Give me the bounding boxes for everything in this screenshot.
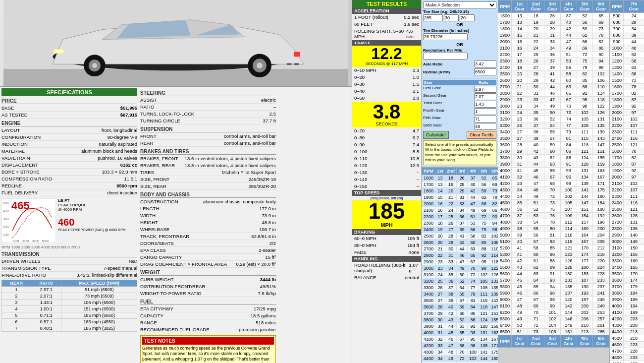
axle-ratio-input[interactable] bbox=[474, 60, 496, 67]
test-notes-text: Generates as much cornering speed as the… bbox=[142, 346, 274, 363]
table-row: 420033476898138171 bbox=[498, 181, 609, 187]
svg-text:2000: 2000 bbox=[22, 240, 29, 242]
brakes-front-value: 13.6-in vented rotors, 4-piston fixed ca… bbox=[185, 156, 276, 161]
revolutions-label: Revolutions Per Mile bbox=[423, 48, 496, 53]
torque-unit: LB-FT bbox=[58, 198, 126, 203]
redline-input[interactable] bbox=[474, 68, 496, 75]
revolutions-input[interactable] bbox=[423, 53, 468, 60]
seventh-gear-row: 190092 bbox=[610, 103, 644, 110]
seventh-gear-row: 90044 bbox=[610, 39, 644, 45]
seventh-gear-row: 3400165 bbox=[610, 264, 644, 271]
tire-size-inputs bbox=[423, 14, 496, 21]
epa-value: 2-seater bbox=[259, 247, 276, 253]
weight-title: WEIGHT bbox=[140, 270, 276, 276]
fuel-grade-label: RECOMMENDED FUEL GRADE bbox=[140, 327, 210, 332]
size-front-label: SIZE, FRONT bbox=[140, 177, 169, 182]
tire-diameter-input[interactable] bbox=[423, 33, 468, 40]
seventh-gear-row: 150073 bbox=[610, 77, 644, 84]
layout-value: front, longitudinal bbox=[102, 127, 137, 133]
gear-rpm-table: RPM 1st 2nd 3rd 4th 5th 6th 160013182637… bbox=[422, 167, 498, 363]
seventh-gear-row: 4500218 bbox=[610, 335, 644, 342]
table-row: 5900466696137193241 bbox=[498, 290, 609, 297]
gear1-header: 1st bbox=[435, 167, 445, 175]
gear-rpm-row: 370029426086121151 bbox=[422, 310, 498, 316]
seventh-gear-row: 80039 bbox=[610, 32, 644, 39]
svg-text:200: 200 bbox=[3, 225, 9, 229]
material-row: MATERIAL aluminum block and heads bbox=[1, 148, 137, 155]
gear-calculator-panel: Make A Selection Tire Size (e.g. 245/50-… bbox=[421, 0, 498, 363]
gear-rpm-table-area[interactable]: RPM 1st 2nd 3rd 4th 5th 6th 160013182637… bbox=[422, 167, 498, 363]
gear-info-box: Select one of the presets automatically … bbox=[423, 140, 496, 165]
table-row: 5100405783119167208 bbox=[498, 239, 609, 245]
full-table-container: RPM 1st Gear 2nd Gear 3rd Gear 4th Gear … bbox=[498, 0, 644, 363]
length-value: 177.0 in bbox=[259, 206, 276, 211]
balance-row: BALANCEneutral bbox=[352, 274, 421, 281]
redline-row: Redline (RPM) bbox=[423, 68, 496, 75]
tire-size-input-2[interactable] bbox=[444, 14, 459, 21]
seventh-gear-row: 60029 bbox=[610, 19, 644, 26]
price-tested-label: AS TESTED bbox=[1, 112, 28, 118]
clear-fields-button[interactable]: Clear Fields bbox=[467, 131, 496, 139]
drag-label: DRAG COEFFICIENT × FRONTAL AREA bbox=[140, 261, 227, 267]
gear-rpm-row: 2100162434496986 bbox=[422, 207, 498, 213]
main-gear6-footer: 6th Gear bbox=[593, 335, 609, 348]
table-row: 4500355173105147184 bbox=[498, 200, 609, 206]
power-ratio-value: 7.5 lb/hp bbox=[258, 291, 276, 296]
compression-row: COMPRESSION RATIO 11.5:1 bbox=[1, 176, 137, 182]
valvetrain-row: VALVETRAIN pushrod, 16 valves bbox=[1, 155, 137, 162]
bore-value: 103.3 × 92.0 mm bbox=[102, 169, 137, 175]
main-container: SPECIFICATIONS PRICE BASE $51,995 AS TES… bbox=[0, 0, 644, 363]
seventh-gear-row: 2600126 bbox=[610, 213, 644, 219]
gear-names-area: Gear Ratio First Gear Second Gear Third … bbox=[422, 78, 498, 167]
fourth-gear-input[interactable] bbox=[474, 108, 496, 115]
gear-rpm-row: 360028405984118147 bbox=[422, 303, 498, 310]
seventh-gear-row: 3300160 bbox=[610, 258, 644, 264]
transmission-gear-row: 41.00:1151 mph (6500) bbox=[2, 306, 137, 312]
seventh-gear-row: 100048 bbox=[610, 45, 644, 52]
tire-diameter-label: Tire Diameter (in inches) bbox=[423, 28, 496, 33]
curb-row: CURB WEIGHT 3444 lb bbox=[140, 276, 276, 283]
first-gear-input[interactable] bbox=[474, 86, 496, 93]
svg-text:5000: 5000 bbox=[42, 240, 49, 242]
gear-rpm-row: 320025365274105131 bbox=[422, 278, 498, 284]
main-rpm-header: RPM bbox=[498, 0, 512, 13]
svg-point-8 bbox=[257, 62, 263, 68]
steering-title: STEERING bbox=[140, 90, 276, 96]
displacement-row: DISPLACEMENT 6162 cc bbox=[1, 162, 137, 169]
seventh-gear-row: 2400116 bbox=[610, 135, 644, 142]
steering-ratio-label: RATIO bbox=[140, 104, 154, 110]
compression-label: COMPRESSION RATIO bbox=[1, 176, 52, 182]
displacement-label: DISPLACEMENT bbox=[1, 162, 38, 168]
table-row: 5500436289128180224 bbox=[498, 264, 609, 271]
gear-rpm-row: 25002028415882102 bbox=[422, 233, 498, 239]
width-value: 73.9 in bbox=[262, 213, 276, 218]
tire-size-input-3[interactable] bbox=[460, 14, 475, 21]
steering-ratio-row: RATIO – bbox=[140, 104, 276, 111]
svg-rect-12 bbox=[294, 63, 299, 65]
sixth-gear-label: Sixth Gear bbox=[423, 123, 473, 130]
car-selection-dropdown[interactable]: Make A Selection bbox=[423, 1, 496, 8]
main-rpm-table-area[interactable]: RPM 1st Gear 2nd Gear 3rd Gear 4th Gear … bbox=[498, 0, 609, 363]
table-row: 2100162434496986 bbox=[498, 45, 609, 52]
fifth-gear-label: Fifth Gear bbox=[423, 116, 473, 122]
third-gear-input[interactable] bbox=[474, 101, 496, 108]
t0150-row: 0–150– bbox=[352, 183, 421, 190]
price-tested-row: AS TESTED $67,915 bbox=[1, 112, 137, 119]
tire-size-input-1[interactable] bbox=[423, 14, 443, 21]
second-gear-input[interactable] bbox=[474, 93, 496, 100]
fifth-gear-input[interactable] bbox=[474, 116, 496, 122]
table-row: 2200172536517290 bbox=[498, 52, 609, 58]
table-row: 5700456493133187233 bbox=[498, 277, 609, 284]
size-front-row: SIZE, FRONT 245/35ZR-19 bbox=[140, 176, 276, 183]
ratio-col-head: Ratio bbox=[471, 80, 496, 85]
t0140-row: 0–140– bbox=[352, 176, 421, 183]
sixth-gear-input[interactable] bbox=[474, 123, 496, 130]
fuel-delivery-row: FUEL DELIVERY direct injection bbox=[1, 189, 137, 196]
dist-value: 49/51% bbox=[260, 284, 276, 289]
calculate-button[interactable]: Calculate! bbox=[423, 131, 449, 139]
seventh-gear-table-area[interactable]: RPM 7th Gear 500246002970034800399004410… bbox=[609, 0, 644, 363]
main-gear1-header: 1st Gear bbox=[512, 0, 528, 13]
test-notes-header: TEST NOTES bbox=[142, 337, 274, 345]
trans-title: TRANSMISSION bbox=[1, 251, 137, 257]
table-row: 26002029426085106 bbox=[498, 77, 609, 84]
